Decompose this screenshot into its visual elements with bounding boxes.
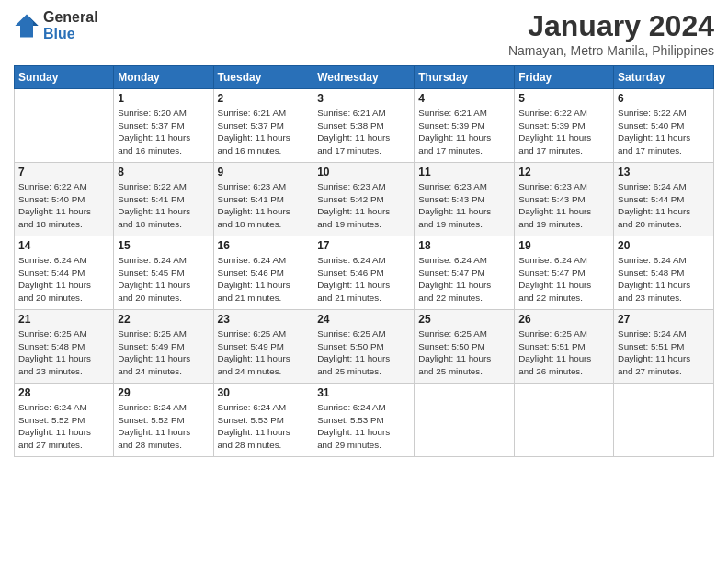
logo-blue-text: Blue	[43, 26, 98, 42]
day-number: 23	[218, 313, 310, 326]
calendar-week-row: 21Sunrise: 6:25 AMSunset: 5:48 PMDayligh…	[15, 310, 714, 384]
calendar-cell: 14Sunrise: 6:24 AMSunset: 5:44 PMDayligh…	[15, 236, 114, 310]
day-number: 3	[317, 92, 410, 105]
calendar-cell: 22Sunrise: 6:25 AMSunset: 5:49 PMDayligh…	[114, 310, 213, 384]
day-info: Sunrise: 6:22 AMSunset: 5:40 PMDaylight:…	[618, 107, 710, 157]
calendar-cell: 16Sunrise: 6:24 AMSunset: 5:46 PMDayligh…	[213, 236, 313, 310]
day-info: Sunrise: 6:24 AMSunset: 5:44 PMDaylight:…	[18, 254, 109, 304]
day-info: Sunrise: 6:24 AMSunset: 5:53 PMDaylight:…	[218, 401, 310, 452]
calendar-cell	[15, 89, 114, 163]
calendar-weekday-header: Saturday	[614, 66, 714, 89]
calendar-week-row: 28Sunrise: 6:24 AMSunset: 5:52 PMDayligh…	[15, 384, 714, 457]
day-number: 12	[518, 166, 609, 178]
day-number: 16	[218, 239, 310, 252]
calendar-header-row: SundayMondayTuesdayWednesdayThursdayFrid…	[15, 66, 714, 89]
day-info: Sunrise: 6:24 AMSunset: 5:46 PMDaylight:…	[317, 254, 410, 304]
day-info: Sunrise: 6:23 AMSunset: 5:43 PMDaylight:…	[418, 180, 510, 231]
day-number: 1	[118, 92, 209, 105]
day-info: Sunrise: 6:24 AMSunset: 5:44 PMDaylight:…	[618, 180, 710, 231]
calendar-week-row: 14Sunrise: 6:24 AMSunset: 5:44 PMDayligh…	[15, 236, 714, 310]
day-info: Sunrise: 6:24 AMSunset: 5:53 PMDaylight:…	[317, 401, 410, 452]
day-number: 7	[18, 166, 109, 178]
day-info: Sunrise: 6:23 AMSunset: 5:43 PMDaylight:…	[518, 180, 609, 231]
day-number: 2	[218, 92, 310, 105]
day-info: Sunrise: 6:24 AMSunset: 5:47 PMDaylight:…	[518, 254, 609, 304]
day-number: 28	[18, 386, 109, 399]
logo-text: General Blue	[43, 9, 98, 41]
day-info: Sunrise: 6:21 AMSunset: 5:38 PMDaylight:…	[317, 107, 410, 157]
calendar-cell: 17Sunrise: 6:24 AMSunset: 5:46 PMDayligh…	[313, 236, 415, 310]
logo: General Blue	[14, 9, 98, 41]
calendar-cell: 23Sunrise: 6:25 AMSunset: 5:49 PMDayligh…	[213, 310, 313, 384]
day-number: 5	[518, 92, 609, 105]
header: General Blue January 2024 Namayan, Metro…	[14, 9, 714, 58]
day-number: 8	[118, 166, 209, 178]
calendar-cell: 18Sunrise: 6:24 AMSunset: 5:47 PMDayligh…	[415, 236, 515, 310]
logo-icon	[14, 13, 40, 39]
calendar-weekday-header: Thursday	[415, 66, 515, 89]
day-number: 18	[418, 239, 510, 252]
calendar-week-row: 7Sunrise: 6:22 AMSunset: 5:40 PMDaylight…	[15, 163, 714, 236]
day-info: Sunrise: 6:25 AMSunset: 5:48 PMDaylight:…	[18, 327, 109, 378]
day-number: 15	[118, 239, 209, 252]
day-number: 24	[317, 313, 410, 326]
calendar-cell	[614, 384, 714, 457]
day-info: Sunrise: 6:25 AMSunset: 5:49 PMDaylight:…	[218, 327, 310, 378]
day-number: 26	[518, 313, 609, 326]
day-number: 22	[118, 313, 209, 326]
day-info: Sunrise: 6:25 AMSunset: 5:50 PMDaylight:…	[418, 327, 510, 378]
calendar-cell: 30Sunrise: 6:24 AMSunset: 5:53 PMDayligh…	[213, 384, 313, 457]
calendar-weekday-header: Wednesday	[313, 66, 415, 89]
calendar-cell: 13Sunrise: 6:24 AMSunset: 5:44 PMDayligh…	[614, 163, 714, 236]
day-info: Sunrise: 6:24 AMSunset: 5:51 PMDaylight:…	[618, 327, 710, 378]
day-number: 27	[618, 313, 710, 326]
calendar-cell: 4Sunrise: 6:21 AMSunset: 5:39 PMDaylight…	[415, 89, 515, 163]
calendar-cell: 28Sunrise: 6:24 AMSunset: 5:52 PMDayligh…	[15, 384, 114, 457]
day-info: Sunrise: 6:25 AMSunset: 5:50 PMDaylight:…	[317, 327, 410, 378]
location: Namayan, Metro Manila, Philippines	[508, 43, 714, 58]
day-info: Sunrise: 6:24 AMSunset: 5:48 PMDaylight:…	[618, 254, 710, 304]
calendar-cell: 26Sunrise: 6:25 AMSunset: 5:51 PMDayligh…	[515, 310, 614, 384]
calendar-cell: 12Sunrise: 6:23 AMSunset: 5:43 PMDayligh…	[515, 163, 614, 236]
calendar-cell: 10Sunrise: 6:23 AMSunset: 5:42 PMDayligh…	[313, 163, 415, 236]
day-number: 14	[18, 239, 109, 252]
calendar-weekday-header: Sunday	[15, 66, 114, 89]
day-number: 31	[317, 386, 410, 399]
day-info: Sunrise: 6:25 AMSunset: 5:51 PMDaylight:…	[518, 327, 609, 378]
day-number: 10	[317, 166, 410, 178]
logo-general-text: General	[43, 9, 98, 26]
calendar-cell: 27Sunrise: 6:24 AMSunset: 5:51 PMDayligh…	[614, 310, 714, 384]
day-info: Sunrise: 6:21 AMSunset: 5:37 PMDaylight:…	[218, 107, 310, 157]
day-info: Sunrise: 6:22 AMSunset: 5:41 PMDaylight:…	[118, 180, 209, 231]
day-number: 4	[418, 92, 510, 105]
day-info: Sunrise: 6:24 AMSunset: 5:45 PMDaylight:…	[118, 254, 209, 304]
calendar-cell: 1Sunrise: 6:20 AMSunset: 5:37 PMDaylight…	[114, 89, 213, 163]
calendar-cell: 3Sunrise: 6:21 AMSunset: 5:38 PMDaylight…	[313, 89, 415, 163]
day-number: 30	[218, 386, 310, 399]
calendar-cell: 8Sunrise: 6:22 AMSunset: 5:41 PMDaylight…	[114, 163, 213, 236]
calendar-cell: 20Sunrise: 6:24 AMSunset: 5:48 PMDayligh…	[614, 236, 714, 310]
day-info: Sunrise: 6:24 AMSunset: 5:52 PMDaylight:…	[118, 401, 209, 452]
day-number: 20	[618, 239, 710, 252]
calendar-cell: 21Sunrise: 6:25 AMSunset: 5:48 PMDayligh…	[15, 310, 114, 384]
calendar-body: 1Sunrise: 6:20 AMSunset: 5:37 PMDaylight…	[15, 89, 714, 457]
day-number: 11	[418, 166, 510, 178]
day-info: Sunrise: 6:24 AMSunset: 5:46 PMDaylight:…	[218, 254, 310, 304]
day-number: 25	[418, 313, 510, 326]
day-number: 6	[618, 92, 710, 105]
calendar-cell: 31Sunrise: 6:24 AMSunset: 5:53 PMDayligh…	[313, 384, 415, 457]
calendar-cell	[515, 384, 614, 457]
day-info: Sunrise: 6:24 AMSunset: 5:52 PMDaylight:…	[18, 401, 109, 452]
day-number: 13	[618, 166, 710, 178]
calendar-cell: 7Sunrise: 6:22 AMSunset: 5:40 PMDaylight…	[15, 163, 114, 236]
calendar-weekday-header: Friday	[515, 66, 614, 89]
calendar-cell: 11Sunrise: 6:23 AMSunset: 5:43 PMDayligh…	[415, 163, 515, 236]
day-info: Sunrise: 6:20 AMSunset: 5:37 PMDaylight:…	[118, 107, 209, 157]
day-info: Sunrise: 6:21 AMSunset: 5:39 PMDaylight:…	[418, 107, 510, 157]
calendar-cell: 9Sunrise: 6:23 AMSunset: 5:41 PMDaylight…	[213, 163, 313, 236]
day-number: 9	[218, 166, 310, 178]
day-number: 21	[18, 313, 109, 326]
calendar-week-row: 1Sunrise: 6:20 AMSunset: 5:37 PMDaylight…	[15, 89, 714, 163]
day-info: Sunrise: 6:25 AMSunset: 5:49 PMDaylight:…	[118, 327, 209, 378]
calendar-cell: 19Sunrise: 6:24 AMSunset: 5:47 PMDayligh…	[515, 236, 614, 310]
